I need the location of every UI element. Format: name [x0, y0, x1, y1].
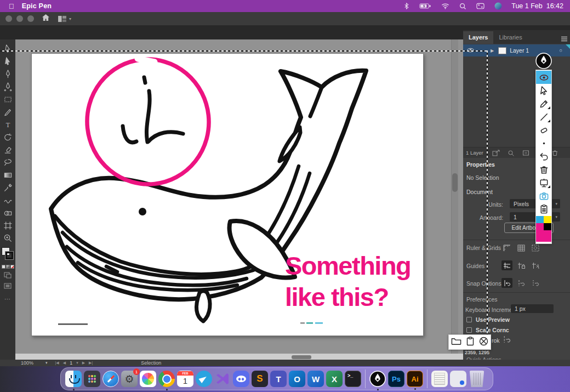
dock-icon-notes[interactable]: [431, 371, 448, 387]
tool-curvature[interactable]: [1, 81, 14, 93]
make-guides-icon[interactable]: [530, 260, 541, 270]
epic-pen-line-tool[interactable]: [536, 110, 551, 123]
minimize-window-button[interactable]: [16, 15, 23, 22]
edit-toolbar-ellipsis[interactable]: ⋯: [4, 296, 11, 303]
zoom-dropdown-icon[interactable]: ▾: [45, 361, 48, 365]
lock-guides-icon[interactable]: [516, 260, 527, 270]
layers-panel-body[interactable]: [463, 56, 570, 147]
tool-paintbrush[interactable]: [1, 106, 14, 118]
keyboard-increment-field[interactable]: 1 px: [511, 304, 554, 313]
horizontal-scrollbar-track[interactable]: [15, 354, 463, 360]
none-button[interactable]: [10, 265, 14, 269]
tool-direct-selection[interactable]: [1, 55, 14, 68]
active-app-name[interactable]: Epic Pen: [22, 2, 52, 10]
dock-icon-teams[interactable]: T: [270, 371, 287, 387]
zoom-window-button[interactable]: [27, 15, 34, 22]
dock-icon-photos[interactable]: [140, 371, 156, 387]
layer-expand-icon[interactable]: ▶: [491, 48, 494, 53]
horizontal-scrollbar-thumb[interactable]: [292, 355, 311, 359]
show-transparency-grid-icon[interactable]: [530, 243, 541, 253]
next-artboard-button[interactable]: ▶: [82, 361, 85, 365]
epic-pen-undo-tool[interactable]: [536, 150, 551, 163]
dock-icon-launchpad[interactable]: [84, 371, 100, 387]
arrange-documents-icon[interactable]: ▾: [58, 15, 71, 22]
epic-pen-trash-tool[interactable]: [536, 163, 551, 176]
panel-menu-icon[interactable]: [561, 34, 568, 44]
cancel-icon[interactable]: [479, 337, 488, 348]
spotlight-search-icon[interactable]: [459, 3, 466, 10]
new-sublayer-icon[interactable]: [522, 150, 529, 156]
epic-pen-logo[interactable]: [535, 53, 552, 69]
stroke-color-swatch[interactable]: [5, 252, 13, 259]
epic-pen-color-swatches[interactable]: [536, 216, 551, 242]
tool-selection[interactable]: [1, 43, 14, 55]
show-guides-icon[interactable]: [501, 260, 512, 270]
dock-icon-sublime[interactable]: S: [252, 371, 268, 387]
dock-icon-epic-pen[interactable]: [369, 371, 386, 387]
layer-target-circle[interactable]: ○: [560, 48, 562, 53]
first-artboard-button[interactable]: |◀: [55, 361, 59, 365]
tool-rotate[interactable]: [1, 131, 14, 144]
dock-icon-photoshop[interactable]: Ps: [388, 371, 404, 387]
tool-type[interactable]: T: [1, 118, 14, 131]
dock-icon-safari[interactable]: [102, 371, 119, 387]
yellow-swatch[interactable]: [544, 216, 551, 223]
prev-artboard-button[interactable]: ◀: [63, 361, 66, 365]
tool-artboard[interactable]: [1, 219, 14, 232]
dock-icon-trash[interactable]: [469, 371, 485, 387]
dock-icon-visual-studio[interactable]: [214, 371, 231, 387]
battery-icon[interactable]: [419, 3, 431, 9]
artboard-number[interactable]: 1: [70, 360, 72, 366]
tool-pen[interactable]: [1, 68, 14, 81]
dock-icon-chrome[interactable]: [158, 371, 175, 387]
epic-pen-clipboard-tool[interactable]: [536, 202, 551, 215]
epic-pen-camera-tool[interactable]: [536, 189, 551, 202]
cyan-swatch[interactable]: [536, 216, 544, 223]
folder-icon[interactable]: [451, 337, 461, 348]
epic-pen-board-tool[interactable]: [536, 176, 551, 189]
paste-clipboard-icon[interactable]: [466, 337, 474, 348]
tool-shape-builder[interactable]: [1, 207, 14, 219]
dock-icon-discord[interactable]: [233, 371, 249, 387]
tool-eyedropper[interactable]: [1, 181, 14, 194]
locate-object-icon[interactable]: [508, 150, 515, 156]
tool-pencil-smooth[interactable]: [1, 194, 14, 207]
close-window-button[interactable]: [5, 15, 12, 22]
epic-pen-pencil-tool[interactable]: [536, 97, 551, 110]
menubar-clock[interactable]: Tue 1 Feb 16:42: [511, 2, 563, 10]
delete-layer-icon[interactable]: [552, 150, 558, 156]
dock-icon-telegram[interactable]: [196, 371, 212, 387]
tab-layers[interactable]: Layers: [463, 31, 493, 44]
color-button[interactable]: [2, 265, 5, 269]
vertical-scrollbar-thumb[interactable]: [452, 173, 458, 192]
black-swatch[interactable]: [544, 223, 551, 230]
show-grid-icon[interactable]: [516, 243, 527, 253]
dock-icon-terminal[interactable]: >_: [345, 371, 361, 387]
fill-stroke-swatches[interactable]: [1, 247, 14, 263]
snap-to-point-icon[interactable]: [530, 278, 541, 288]
scale-strokes-icon[interactable]: [503, 336, 511, 345]
gradient-button[interactable]: [6, 265, 10, 269]
vertical-scrollbar-track[interactable]: [451, 39, 458, 354]
control-center-icon[interactable]: [476, 3, 485, 9]
home-icon[interactable]: [42, 14, 50, 24]
dock-icon-settings[interactable]: ⚙1: [121, 371, 138, 387]
wifi-icon[interactable]: [441, 3, 449, 9]
dock-icon-word[interactable]: W: [307, 371, 324, 387]
snap-to-pixel-icon[interactable]: [516, 278, 527, 288]
apple-menu-icon[interactable]: : [9, 2, 14, 10]
user-avatar[interactable]: [494, 2, 502, 10]
tool-rectangle-marquee[interactable]: [1, 93, 14, 106]
zoom-level[interactable]: 100%: [21, 360, 33, 366]
tool-eraser[interactable]: [1, 144, 14, 156]
dock-icon-downloads[interactable]: [450, 371, 466, 387]
draw-mode-icon[interactable]: [4, 272, 12, 280]
make-clipping-mask-icon[interactable]: [492, 150, 500, 156]
checkbox[interactable]: [466, 327, 472, 333]
checkbox[interactable]: [466, 317, 472, 322]
snap-to-grid-icon[interactable]: [501, 278, 512, 288]
dock-icon-calendar[interactable]: FEB1: [177, 371, 193, 387]
dock-icon-finder[interactable]: [65, 371, 82, 387]
last-artboard-button[interactable]: ▶|: [89, 361, 93, 365]
artboard-dropdown-icon[interactable]: ▾: [76, 361, 78, 365]
